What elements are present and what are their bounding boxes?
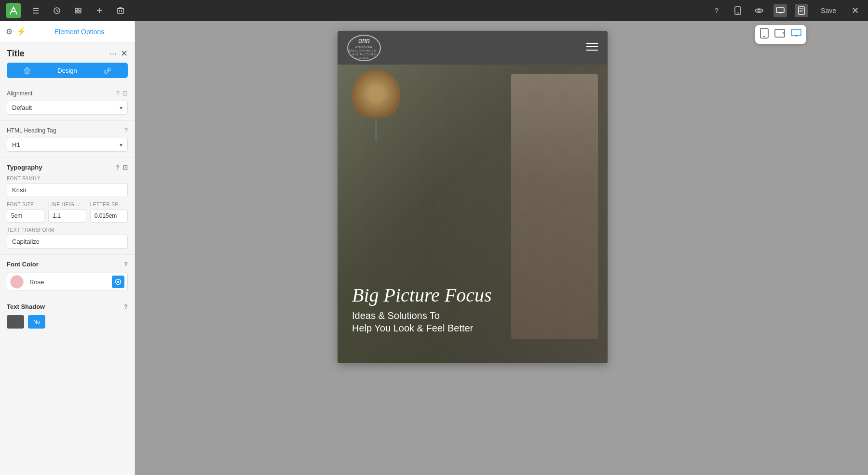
panel-sub-title: Element Options	[30, 28, 129, 36]
alignment-copy-icon[interactable]: ⊡	[122, 90, 128, 97]
font-size-input[interactable]	[7, 209, 44, 223]
svg-rect-18	[799, 7, 804, 14]
text-shadow-on-btn[interactable]: No	[28, 315, 45, 329]
text-shadow-section: Text Shadow ? No	[0, 297, 135, 334]
mobile-preview-icon[interactable]	[731, 4, 745, 17]
page-icon[interactable]	[795, 4, 808, 17]
panel-title-row: Title ··· ✕	[0, 42, 135, 63]
heading-tag-section: HTML Heading Tag ? H1 H2 H3 ▾	[0, 121, 135, 158]
delete-icon[interactable]	[114, 4, 127, 17]
website-preview: ann ANOTHER MILLION MILES · BIG PICTURE …	[338, 31, 608, 363]
alignment-select[interactable]: Default Left Center Right ▾	[7, 101, 128, 115]
svg-rect-15	[776, 8, 784, 13]
heading-tag-label: HTML Heading Tag ?	[7, 127, 128, 134]
monitor-icon[interactable]	[791, 29, 801, 40]
alignment-dropdown[interactable]: Default Left Center Right	[12, 104, 120, 111]
text-shadow-help-icon[interactable]: ?	[124, 303, 128, 310]
svg-rect-3	[75, 12, 78, 13]
panel-title-actions: ··· ✕	[109, 48, 128, 59]
font-color-header: Font Color ?	[7, 261, 128, 268]
eye-icon[interactable]	[752, 4, 766, 17]
heading-chevron-icon: ▾	[120, 142, 122, 148]
canvas-area: ann ANOTHER MILLION MILES · BIG PICTURE …	[135, 21, 810, 475]
line-height-label: LINE HEIG...	[48, 202, 86, 207]
heading-tag-select[interactable]: H1 H2 H3 ▾	[7, 138, 128, 152]
logo-subtext: ANOTHER MILLION MILES · BIG PICTURE FOCU…	[348, 46, 380, 60]
top-bar-right: ? Save ✕	[710, 4, 862, 17]
preview-hero: Big Picture Focus Ideas & Solutions To H…	[338, 65, 608, 363]
logo-text: ann	[348, 36, 380, 45]
top-bar-left: ☰ +	[6, 3, 127, 18]
font-size-label: FONT SIZE	[7, 202, 44, 207]
alignment-label: Alignment ? ⊡	[7, 90, 128, 97]
text-transform-label: TEXT TRANSFORM	[7, 227, 128, 233]
save-button[interactable]: Save	[816, 5, 841, 16]
tab-link[interactable]	[87, 63, 128, 78]
desktop-active-icon[interactable]	[773, 4, 787, 17]
typography-section: Typography ? ⊡ FONT FAMILY FONT SIZE LIN…	[0, 158, 135, 255]
gauge-icon[interactable]	[71, 4, 85, 17]
device-bar	[755, 25, 806, 44]
font-size-field: FONT SIZE	[7, 202, 44, 223]
text-shadow-off-btn[interactable]	[7, 315, 24, 329]
alignment-section: Alignment ? ⊡ Default Left Center Right …	[0, 84, 135, 121]
tab-layout[interactable]	[7, 63, 47, 78]
hero-cursive-text: Big Picture Focus	[352, 284, 593, 306]
top-bar: ☰ + ? Save ✕	[0, 0, 868, 21]
sliders-panel-icon[interactable]: ⚡	[16, 27, 26, 36]
font-metrics-row: FONT SIZE LINE HEIG... LETTER SP...	[7, 202, 128, 223]
panel-sub-header: ⚙ ⚡ Element Options	[0, 21, 135, 42]
letter-spacing-field: LETTER SP...	[90, 202, 128, 223]
color-picker-button[interactable]	[112, 276, 124, 288]
font-family-label: FONT FAMILY	[7, 176, 128, 181]
lamp-decoration	[347, 69, 405, 142]
right-panel	[810, 21, 868, 475]
help-icon[interactable]: ?	[710, 4, 723, 17]
app-logo	[6, 3, 21, 18]
tablet-portrait-icon[interactable]	[760, 28, 769, 41]
add-icon[interactable]: +	[93, 4, 106, 17]
letter-spacing-label: LETTER SP...	[90, 202, 128, 207]
panel-ellipsis-icon[interactable]: ···	[109, 49, 117, 59]
typo-help-icon[interactable]: ?	[116, 164, 120, 171]
svg-point-14	[758, 10, 760, 12]
letter-spacing-input[interactable]	[90, 209, 128, 223]
settings-panel-icon[interactable]: ⚙	[6, 27, 13, 36]
preview-nav: ann ANOTHER MILLION MILES · BIG PICTURE …	[338, 31, 608, 65]
text-transform-input[interactable]	[7, 235, 128, 249]
svg-rect-5	[118, 9, 123, 13]
panel-title: Title	[7, 49, 25, 59]
left-panel: ⚙ ⚡ Element Options Title ··· ✕ Design	[0, 21, 135, 475]
line-height-field: LINE HEIG...	[48, 202, 86, 223]
hero-text-overlay: Big Picture Focus Ideas & Solutions To H…	[352, 284, 593, 334]
preview-logo: ann ANOTHER MILLION MILES · BIG PICTURE …	[347, 35, 381, 61]
svg-rect-1	[75, 8, 78, 11]
font-color-section: Font Color ? Rose	[0, 255, 135, 297]
heading-help-icon[interactable]: ?	[124, 127, 128, 134]
close-button[interactable]: ✕	[849, 4, 862, 17]
line-height-input[interactable]	[48, 209, 86, 223]
font-color-help-icon[interactable]: ?	[124, 261, 128, 268]
template-icon[interactable]: ☰	[29, 4, 42, 17]
font-family-input[interactable]	[7, 183, 128, 197]
panel-close-icon[interactable]: ✕	[121, 48, 128, 59]
hero-subtitle: Ideas & Solutions To Help You Look & Fee…	[352, 309, 593, 334]
svg-rect-28	[791, 29, 801, 36]
svg-rect-4	[79, 12, 81, 13]
tab-row: Design	[7, 63, 128, 78]
text-shadow-header: Text Shadow ?	[7, 303, 128, 310]
heading-tag-dropdown[interactable]: H1 H2 H3	[12, 141, 120, 148]
alignment-help-icon[interactable]: ?	[116, 90, 120, 97]
typo-copy-icon[interactable]: ⊡	[122, 164, 128, 171]
svg-rect-2	[79, 8, 81, 11]
preview-hamburger-icon[interactable]	[586, 42, 598, 53]
tab-design[interactable]: Design	[47, 63, 88, 78]
history-icon[interactable]	[50, 4, 64, 17]
color-swatch[interactable]	[10, 275, 24, 289]
svg-point-23	[117, 281, 119, 283]
tablet-landscape-icon[interactable]	[774, 29, 785, 40]
color-name: Rose	[27, 277, 108, 288]
alignment-chevron-icon: ▾	[120, 105, 122, 111]
color-row[interactable]: Rose	[7, 273, 128, 291]
main-area: ⚙ ⚡ Element Options Title ··· ✕ Design	[0, 21, 868, 475]
